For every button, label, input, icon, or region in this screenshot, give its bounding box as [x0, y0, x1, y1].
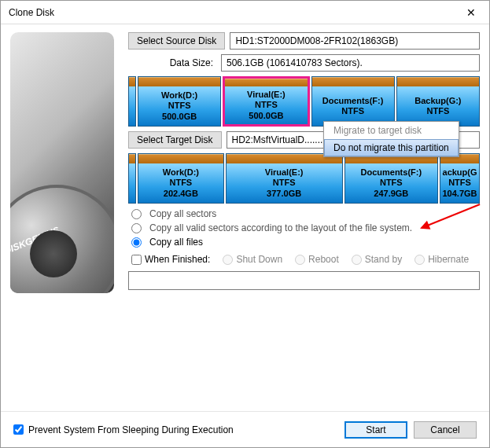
prevent-sleep-checkbox[interactable] — [13, 424, 24, 435]
cancel-button[interactable]: Cancel — [414, 421, 477, 439]
partition-gap — [128, 153, 136, 204]
standby-radio — [352, 255, 362, 265]
when-finished-row: When Finished: Shut Down Reboot Stand by… — [131, 254, 480, 265]
source-partition-virtual[interactable]: Virual(E:)NTFS500.0GB — [223, 76, 309, 127]
menu-do-not-migrate[interactable]: Do not migrate this partition — [324, 139, 459, 156]
target-partition-virtual[interactable]: Virual(E:)NTFS377.0GB — [226, 153, 343, 204]
select-source-disk-button[interactable]: Select Source Disk — [128, 32, 225, 50]
hibernate-radio — [414, 255, 425, 265]
copy-valid-sectors-radio[interactable] — [131, 223, 142, 233]
close-button[interactable]: ✕ — [455, 2, 488, 24]
shutdown-radio — [223, 255, 233, 265]
disk-image: DISKGENIUS — [10, 32, 114, 293]
copy-all-files-option[interactable]: Copy all files — [131, 237, 480, 248]
when-finished-label: When Finished: — [145, 254, 210, 265]
content-area: DISKGENIUS Select Source Disk HD1:ST2000… — [1, 24, 489, 411]
select-target-disk-button[interactable]: Select Target Disk — [128, 131, 222, 149]
source-partition-work[interactable]: Work(D:)NTFS500.0GB — [138, 76, 221, 127]
reboot-radio — [295, 255, 305, 265]
data-size-field: 506.1GB (1061410783 Sectors). — [221, 54, 480, 72]
target-partition-backup[interactable]: ackup(GNTFS104.7GB — [440, 153, 480, 204]
copy-all-sectors-radio[interactable] — [131, 209, 142, 219]
source-partition-documents[interactable]: Documents(F:)NTFS — [311, 76, 395, 127]
partition-gap — [128, 76, 136, 127]
footer: Prevent System From Sleeping During Exec… — [1, 411, 489, 447]
titlebar: Clone Disk ✕ — [1, 1, 489, 24]
status-field — [128, 271, 480, 290]
source-disk-field: HD1:ST2000DM008-2FR102(1863GB) — [230, 32, 480, 50]
context-menu: Migrate to target disk Do not migrate th… — [323, 121, 459, 157]
target-partition-work[interactable]: Work(D:)NTFS202.4GB — [138, 153, 224, 204]
copy-all-files-radio[interactable] — [131, 237, 142, 248]
target-partition-bar: Work(D:)NTFS202.4GB Virual(E:)NTFS377.0G… — [128, 153, 480, 204]
copy-all-sectors-option[interactable]: Copy all sectors — [131, 208, 480, 219]
source-partition-backup[interactable]: Backup(G:)NTFS — [396, 76, 480, 127]
window-title: Clone Disk — [9, 7, 54, 18]
disk-image-label: DISKGENIUS — [10, 225, 61, 257]
target-partition-documents[interactable]: Documents(F:)NTFS247.9GB — [344, 153, 438, 204]
when-finished-checkbox[interactable] — [131, 255, 142, 265]
source-partition-bar: Work(D:)NTFS500.0GB Virual(E:)NTFS500.0G… — [128, 76, 480, 127]
data-size-label: Data Size: — [128, 57, 216, 68]
menu-migrate-to-target: Migrate to target disk — [324, 122, 459, 139]
start-button[interactable]: Start — [344, 421, 407, 439]
prevent-sleep-label: Prevent System From Sleeping During Exec… — [28, 424, 234, 435]
